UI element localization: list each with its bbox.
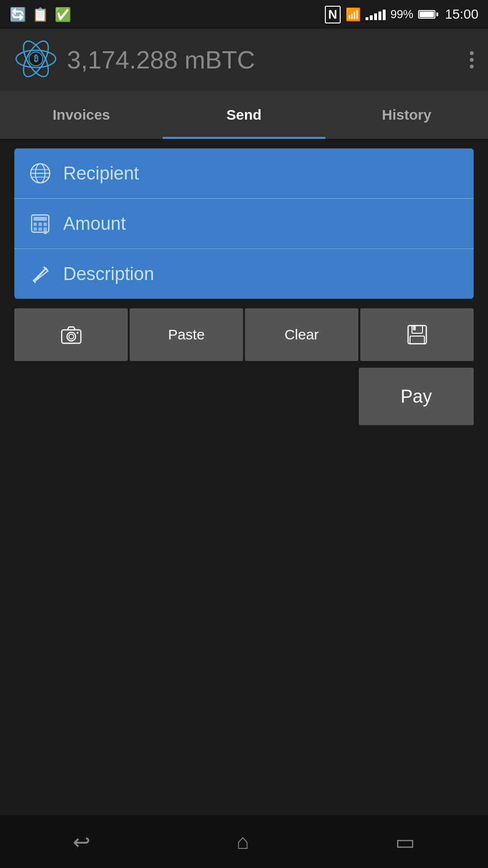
action-buttons: Paste Clear: [14, 308, 474, 361]
pay-button[interactable]: Pay: [359, 368, 474, 425]
battery-indicator: [418, 10, 438, 19]
status-icons-left: 🔄 📋 ✅: [10, 7, 71, 23]
app-logo: ₿: [14, 37, 57, 82]
balance-display: 3,174.288 mBTC: [67, 45, 255, 74]
tab-bar: Invoices Send History: [0, 91, 488, 139]
signal-bars: [366, 9, 386, 20]
svg-rect-29: [410, 336, 424, 344]
floppy-disk-icon: [406, 324, 428, 346]
svg-text:₿: ₿: [34, 54, 38, 63]
svg-point-24: [69, 334, 74, 339]
tab-send[interactable]: Send: [163, 91, 325, 139]
svg-rect-26: [408, 326, 426, 344]
status-bar: 🔄 📋 ✅ N 📶 99% 15:00: [0, 0, 488, 29]
camera-icon: [60, 324, 82, 346]
home-button[interactable]: ⌂: [236, 830, 249, 854]
camera-button[interactable]: [14, 308, 128, 361]
svg-rect-11: [33, 217, 47, 221]
app-header: ₿ 3,174.288 mBTC: [0, 29, 488, 91]
status-icons-right: N 📶 99% 15:00: [325, 6, 478, 23]
back-button[interactable]: ↩: [73, 830, 90, 854]
svg-rect-13: [39, 223, 42, 226]
tab-history[interactable]: History: [325, 91, 488, 139]
pay-button-row: Pay: [14, 368, 474, 425]
recents-button[interactable]: ▭: [395, 830, 415, 854]
recipient-label: Recipient: [63, 163, 139, 184]
clipboard-done-icon: ✅: [55, 7, 71, 23]
overflow-menu-button[interactable]: [470, 51, 474, 68]
svg-rect-28: [413, 326, 416, 330]
svg-rect-17: [44, 227, 47, 234]
header-left: ₿ 3,174.288 mBTC: [14, 37, 255, 82]
amount-row[interactable]: Amount: [14, 199, 474, 249]
sync-icon: 🔄: [10, 7, 26, 23]
clipboard-check-icon: 📋: [32, 7, 49, 23]
recipient-row[interactable]: Recipient: [14, 148, 474, 199]
nfc-icon: N: [325, 6, 341, 23]
paste-button[interactable]: Paste: [130, 308, 243, 361]
wifi-icon: 📶: [345, 7, 361, 22]
svg-rect-12: [33, 223, 37, 226]
svg-point-25: [77, 332, 78, 334]
amount-label: Amount: [63, 214, 126, 234]
calculator-icon: [29, 212, 52, 235]
send-form: Recipient Amount D: [14, 148, 474, 299]
svg-rect-14: [44, 223, 47, 226]
description-label: Description: [63, 264, 154, 284]
tab-invoices[interactable]: Invoices: [0, 91, 163, 139]
bottom-navigation: ↩ ⌂ ▭: [0, 815, 488, 868]
clear-button[interactable]: Clear: [245, 308, 358, 361]
svg-rect-16: [39, 227, 42, 231]
pen-icon: [29, 262, 52, 285]
time-display: 15:00: [445, 7, 478, 22]
globe-icon: [29, 162, 52, 185]
svg-rect-15: [33, 227, 37, 231]
save-button[interactable]: [360, 308, 474, 361]
svg-point-23: [67, 332, 76, 341]
description-row[interactable]: Description: [14, 249, 474, 299]
battery-percent: 99%: [390, 8, 413, 21]
